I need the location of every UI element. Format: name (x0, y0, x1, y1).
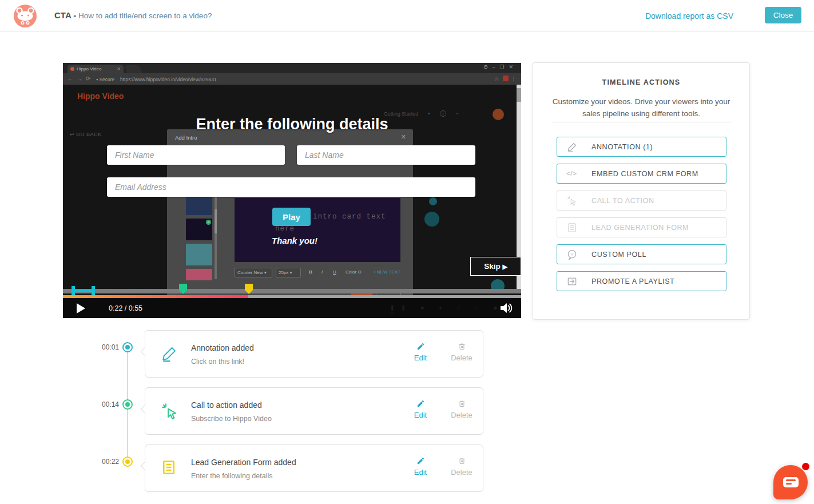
video-player[interactable]: Hippo Video ✕ Θ–❐✕ ← → ⟳ ▪ Secure https:… (63, 63, 521, 318)
trash-icon (447, 457, 476, 467)
volume-icon[interactable] (499, 302, 513, 314)
code-icon: </> (566, 170, 578, 181)
recorded-browser-tabbar: Hippo Video ✕ Θ–❐✕ (63, 63, 521, 73)
page-title: CTA - (54, 10, 76, 20)
delete-button[interactable]: Delete (447, 399, 476, 419)
download-csv-link[interactable]: Download report as CSV (645, 11, 733, 21)
player-control-bar: 0:22 / 0:55 ❚❚ ■ ♦ ╱ ○ ◆ G (63, 298, 521, 318)
arrow-box-icon (566, 276, 578, 287)
header: CTA - How to add title/end screen to a v… (0, 0, 814, 32)
card-notch (141, 404, 150, 414)
skip-button[interactable]: Skip ▶ (470, 257, 521, 276)
tab-close-icon: ✕ (117, 65, 121, 73)
action-call-to-action-button[interactable]: CALL TO ACTION (557, 191, 726, 211)
back-icon: ← (67, 76, 73, 82)
event-title: Call to action added (191, 400, 262, 410)
leadform-marker-pin[interactable] (245, 284, 253, 294)
video-frame: Hippo Video Getting Started + ? ◔ ↩ GO B… (63, 85, 521, 298)
cursor-click-icon (160, 402, 180, 421)
hippo-logo-icon (14, 5, 37, 27)
recorded-float-icon (424, 212, 439, 227)
event-time: 00:14 (92, 400, 119, 408)
first-name-input[interactable] (107, 145, 285, 165)
intro-preview (235, 198, 400, 262)
browser-tab: Hippo Video ✕ (67, 65, 124, 73)
video-timeline-band[interactable] (63, 289, 521, 293)
reload-icon: ⟳ (86, 76, 90, 82)
action-lead-generation-button[interactable]: LEAD GENERATION FORM (557, 217, 726, 237)
action-custom-poll-button[interactable]: ? CUSTOM POLL (557, 244, 726, 264)
thumbnail-scrollbar (215, 193, 217, 279)
event-subtitle: Click on this link! (191, 358, 244, 366)
card-notch (141, 347, 150, 356)
extension-icon (503, 76, 509, 81)
bookmark-star-icon: ☆ (494, 76, 499, 82)
underline-icon: U (333, 269, 336, 275)
event-subtitle: Subscribe to Hippo Video (191, 415, 272, 423)
edit-button[interactable]: Edit (406, 399, 435, 419)
event-title: Lead Generation Form added (191, 458, 296, 467)
new-text-button: + NEW TEXT (373, 269, 400, 275)
notification-dot (802, 463, 809, 470)
annotation-marker-pin[interactable] (179, 284, 187, 294)
event-bullet (122, 457, 133, 467)
app-root: CTA - How to add title/end screen to a v… (0, 0, 814, 504)
trash-icon (447, 342, 476, 352)
delete-button[interactable]: Delete (447, 342, 476, 362)
action-promote-playlist-button[interactable]: PROMOTE A PLAYLIST (557, 271, 726, 291)
lead-form-title: Enter the following details (63, 116, 521, 133)
italic-icon: I (321, 269, 323, 275)
timeline-actions-panel: TIMELINE ACTIONS Customize your videos. … (533, 62, 750, 320)
trash-icon (447, 399, 476, 410)
font-size-select: 25px ▾ (276, 268, 301, 277)
thank-you-text: Thank you! (272, 236, 317, 245)
overlay-play-button[interactable]: Play (272, 208, 311, 226)
favicon-icon (70, 67, 74, 71)
recorded-app-logo: Hippo Video (77, 92, 124, 101)
recorded-browser-toolbar: ← → ⟳ ▪ Secure https://www.hippovideo.io… (63, 73, 521, 85)
time-display: 0:22 / 0:55 (109, 304, 142, 312)
browser-tab-title: Hippo Video (77, 66, 101, 72)
window-controls-icons: Θ–❐✕ (483, 64, 518, 70)
event-title: Annotation added (191, 343, 254, 352)
intro-card-text: here (275, 225, 295, 233)
intro-thumbnail (186, 244, 212, 265)
range-marker-handle[interactable] (92, 286, 95, 296)
panel-title: TIMELINE ACTIONS (533, 78, 749, 86)
event-bullet (122, 342, 133, 352)
event-card-cta: Call to action added Subscribe to Hippo … (145, 387, 483, 435)
new-tab-stub (125, 65, 142, 73)
event-bullet (122, 399, 133, 410)
edit-pencil-icon (406, 342, 435, 352)
recorded-float-icon (429, 197, 437, 205)
play-icon[interactable] (77, 303, 85, 313)
event-time: 00:22 (92, 458, 119, 466)
edit-button[interactable]: Edit (406, 342, 435, 362)
secure-badge: ▪ Secure (96, 77, 114, 82)
question-bubble-icon: ? (566, 249, 578, 260)
text-format-toolbar: Courier New ▾ 25px ▾ B I U Color ⊙ + NEW… (235, 268, 400, 278)
delete-button[interactable]: Delete (447, 457, 476, 477)
cursor-click-icon (566, 195, 578, 207)
event-time: 00:01 (92, 343, 119, 351)
edit-pencil-icon (406, 457, 435, 467)
event-card-annotation: Annotation added Click on this link! Edi… (145, 330, 483, 378)
email-input[interactable] (107, 177, 475, 197)
card-notch (141, 462, 150, 471)
close-button[interactable]: Close (765, 7, 801, 23)
chat-launcher-button[interactable] (773, 465, 808, 499)
pencil-icon (566, 141, 578, 153)
divider (551, 122, 731, 122)
edit-button[interactable]: Edit (406, 457, 435, 477)
svg-text:?: ? (571, 252, 573, 257)
action-annotation-button[interactable]: ANNOTATION (1) (557, 137, 726, 157)
event-subtitle: Enter the following details (191, 472, 272, 480)
last-name-input[interactable] (297, 145, 475, 165)
intro-card-text: intro card text (313, 213, 386, 221)
action-embed-crm-form-button[interactable]: </> EMBED CUSTOM CRM FORM (557, 164, 726, 184)
skip-arrow-icon: ▶ (502, 263, 507, 270)
forward-icon: → (77, 76, 82, 82)
url-text: https://www.hippovideo.io/video/view/625… (120, 77, 217, 82)
video-title-link[interactable]: How to add title/end screen to a video? (78, 11, 212, 20)
intro-thumbnail (186, 269, 212, 280)
